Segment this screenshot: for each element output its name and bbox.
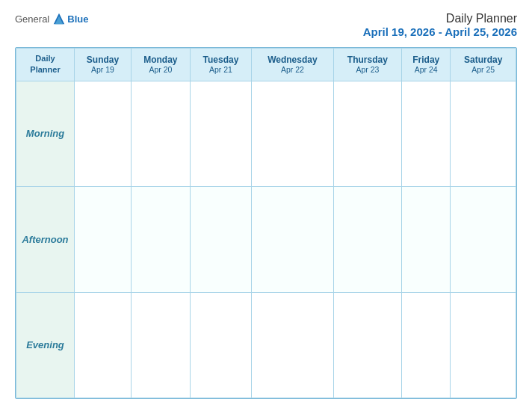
morning-thursday[interactable]: [333, 81, 401, 186]
morning-friday[interactable]: [402, 81, 451, 186]
day-date-monday: Apr 20: [134, 65, 187, 74]
day-name-sunday: Sunday: [78, 55, 128, 65]
logo-icon: [52, 12, 66, 25]
evening-label: Evening: [16, 292, 75, 398]
afternoon-friday[interactable]: [402, 187, 451, 292]
afternoon-label: Afternoon: [16, 187, 75, 292]
evening-sunday[interactable]: [75, 292, 132, 398]
morning-wednesday[interactable]: [252, 81, 333, 186]
day-name-wednesday: Wednesday: [255, 55, 330, 65]
afternoon-saturday[interactable]: [451, 187, 516, 292]
logo-blue-text: Blue: [67, 13, 88, 25]
day-date-tuesday: Apr 21: [194, 65, 248, 74]
header-label-cell: Daily Planner: [16, 49, 75, 81]
evening-row: Evening: [16, 292, 516, 398]
evening-thursday[interactable]: [333, 292, 401, 398]
evening-wednesday[interactable]: [252, 292, 333, 398]
planner-table: Daily Planner Sunday Apr 19 Monday Apr 2…: [16, 48, 516, 398]
header-thursday: Thursday Apr 23: [333, 49, 401, 81]
morning-monday[interactable]: [131, 81, 190, 186]
day-name-saturday: Saturday: [454, 55, 513, 65]
afternoon-sunday[interactable]: [75, 187, 132, 292]
header-wednesday: Wednesday Apr 22: [252, 49, 333, 81]
header-friday: Friday Apr 24: [402, 49, 451, 81]
evening-saturday[interactable]: [451, 292, 516, 398]
day-date-friday: Apr 24: [405, 65, 447, 74]
first-col-line1: Daily: [35, 54, 55, 63]
day-date-wednesday: Apr 22: [255, 65, 330, 74]
logo-general-text: General: [15, 13, 49, 25]
header-tuesday: Tuesday Apr 21: [190, 49, 251, 81]
afternoon-row: Afternoon: [16, 187, 516, 292]
afternoon-thursday[interactable]: [333, 187, 401, 292]
morning-saturday[interactable]: [451, 81, 516, 186]
day-name-tuesday: Tuesday: [194, 55, 248, 65]
date-range: April 19, 2026 - April 25, 2026: [363, 25, 517, 38]
header-row: Daily Planner Sunday Apr 19 Monday Apr 2…: [16, 49, 516, 81]
evening-tuesday[interactable]: [190, 292, 251, 398]
morning-sunday[interactable]: [75, 81, 132, 186]
afternoon-tuesday[interactable]: [190, 187, 251, 292]
logo-area: General Blue: [15, 12, 88, 25]
day-date-sunday: Apr 19: [78, 65, 128, 74]
day-name-friday: Friday: [405, 55, 447, 65]
day-name-thursday: Thursday: [337, 55, 398, 65]
morning-label: Morning: [16, 81, 75, 186]
afternoon-wednesday[interactable]: [252, 187, 333, 292]
header-monday: Monday Apr 20: [131, 49, 190, 81]
afternoon-monday[interactable]: [131, 187, 190, 292]
day-name-monday: Monday: [134, 55, 187, 65]
morning-row: Morning: [16, 81, 516, 186]
evening-monday[interactable]: [131, 292, 190, 398]
logo: General Blue: [15, 12, 88, 25]
first-col-line2: Planner: [30, 65, 60, 74]
evening-friday[interactable]: [402, 292, 451, 398]
header-saturday: Saturday Apr 25: [451, 49, 516, 81]
page-header: General Blue Daily Planner April 19, 202…: [15, 12, 517, 38]
day-date-saturday: Apr 25: [454, 65, 513, 74]
header-sunday: Sunday Apr 19: [75, 49, 132, 81]
title-area: Daily Planner April 19, 2026 - April 25,…: [363, 12, 517, 38]
morning-tuesday[interactable]: [190, 81, 251, 186]
calendar-container: Daily Planner Sunday Apr 19 Monday Apr 2…: [15, 47, 517, 399]
page-title: Daily Planner: [363, 12, 517, 25]
day-date-thursday: Apr 23: [337, 65, 398, 74]
